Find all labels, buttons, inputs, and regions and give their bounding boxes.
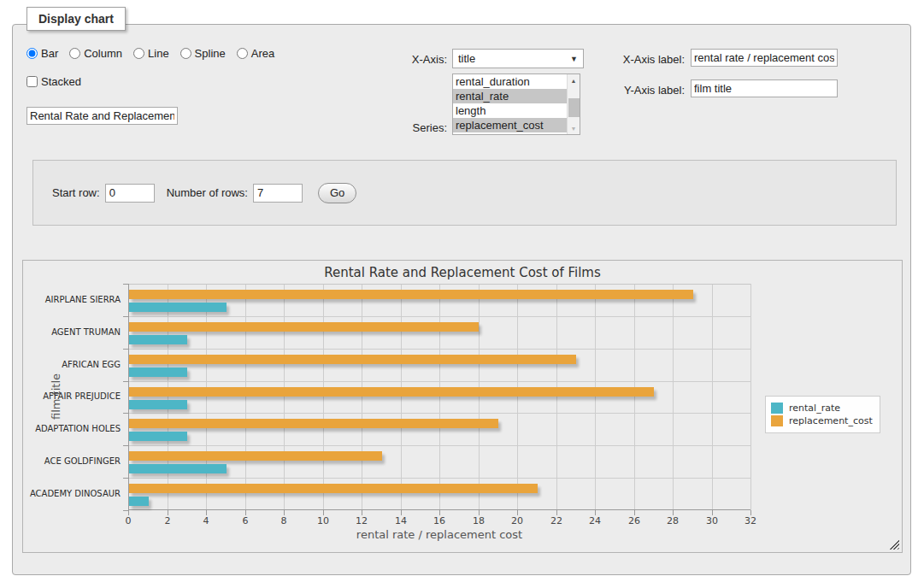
chart-legend: rental_ratereplacement_cost xyxy=(765,396,880,433)
gridline xyxy=(750,284,751,510)
gridline xyxy=(206,284,207,510)
plot-area: 02468101214161820222426283032AIRPLANE SI… xyxy=(128,284,750,510)
gridline xyxy=(323,284,324,510)
plot-top-border xyxy=(128,284,750,285)
x-tick-label: 22 xyxy=(550,515,562,526)
chart-type-option-area[interactable]: Area xyxy=(237,47,274,60)
category-label: ACADEMY DINOSAUR xyxy=(9,489,121,498)
series-option-rental-duration[interactable]: rental_duration xyxy=(453,74,567,89)
series-option-replacement-cost[interactable]: replacement_cost xyxy=(453,118,567,132)
series-option-length[interactable]: length xyxy=(453,103,567,118)
resize-grip-icon[interactable] xyxy=(889,539,899,550)
chart-title: Rental Rate and Replacement Cost of Film… xyxy=(23,265,902,280)
y-axis-title: film title xyxy=(50,373,62,420)
series-options: rental_duration rental_rate length repla… xyxy=(453,74,567,134)
y-axis-label-input[interactable] xyxy=(691,79,838,97)
legend-label: replacement_cost xyxy=(789,415,873,426)
bar-rental_rate xyxy=(129,400,187,409)
bar-replacement_cost xyxy=(129,419,498,428)
bar-replacement_cost xyxy=(129,355,576,364)
x-tick-label: 18 xyxy=(473,515,485,526)
gridline xyxy=(401,284,402,510)
series-listbox[interactable]: rental_duration rental_rate length repla… xyxy=(452,73,580,135)
chart-type-label: Area xyxy=(251,47,274,60)
gridline xyxy=(712,284,713,510)
x-axis-line xyxy=(128,509,750,510)
gridline xyxy=(595,284,596,510)
x-tick-label: 10 xyxy=(317,515,329,526)
x-tick-label: 28 xyxy=(667,515,679,526)
stacked-checkbox[interactable] xyxy=(26,76,38,87)
x-tick-label: 8 xyxy=(281,515,287,526)
category-label: AFFAIR PREJUDICE xyxy=(9,391,121,401)
legend-swatch-icon xyxy=(771,403,783,414)
x-axis-label-input[interactable] xyxy=(691,49,838,67)
bar-rental_rate xyxy=(129,303,227,312)
panel-title: Display chart xyxy=(26,7,126,31)
category-label: ACE GOLDFINGER xyxy=(9,456,121,466)
scroll-down-icon[interactable]: ▼ xyxy=(568,122,580,134)
bar-rental_rate xyxy=(129,432,187,441)
bar-replacement_cost xyxy=(129,387,654,397)
page: Display chart Bar Column Line Spline Are… xyxy=(0,0,924,582)
bar-replacement_cost xyxy=(129,290,693,299)
legend-item: rental_rate xyxy=(771,403,873,414)
gridline xyxy=(245,284,246,510)
legend-item: replacement_cost xyxy=(771,415,873,426)
x-axis-select-value: title xyxy=(458,52,570,65)
y-tick-mark xyxy=(123,510,128,511)
x-axis-title: rental rate / replacement cost xyxy=(356,528,522,541)
chart-type-option-spline[interactable]: Spline xyxy=(180,47,226,60)
chart-type-radio-bar[interactable] xyxy=(26,48,38,59)
start-row-label: Start row: xyxy=(52,186,100,199)
x-tick-label: 2 xyxy=(165,515,171,526)
x-tick-label: 0 xyxy=(126,515,132,526)
chart-type-option-bar[interactable]: Bar xyxy=(26,47,58,60)
bar-replacement_cost xyxy=(129,484,538,493)
chart-type-radio-spline[interactable] xyxy=(180,48,191,59)
x-tick-label: 26 xyxy=(628,515,640,526)
x-tick-label: 6 xyxy=(243,515,249,526)
chart-type-label: Spline xyxy=(195,47,226,60)
stacked-option[interactable]: Stacked xyxy=(26,75,81,88)
number-of-rows-label: Number of rows: xyxy=(167,186,248,199)
chart-title-input[interactable] xyxy=(26,107,178,125)
x-tick-label: 12 xyxy=(356,515,368,526)
bar-rental_rate xyxy=(129,335,187,344)
gridline xyxy=(439,284,440,510)
chart-type-radio-line[interactable] xyxy=(133,48,144,59)
category-label: ADAPTATION HOLES xyxy=(9,424,121,433)
number-of-rows-input[interactable] xyxy=(253,184,303,203)
category-label: AIRPLANE SIERRA xyxy=(9,295,121,304)
row-separator-line xyxy=(128,381,750,382)
x-tick-label: 14 xyxy=(395,515,407,526)
gridline xyxy=(517,284,518,510)
gridline xyxy=(673,284,674,510)
go-button[interactable]: Go xyxy=(318,183,356,203)
chart-type-option-line[interactable]: Line xyxy=(133,47,169,60)
bar-replacement_cost xyxy=(129,451,382,461)
display-chart-fieldset: Display chart Bar Column Line Spline Are… xyxy=(12,24,911,575)
x-tick-label: 32 xyxy=(744,515,756,526)
chart-type-label: Line xyxy=(148,47,169,60)
gridline xyxy=(479,284,480,510)
series-option-rental-rate[interactable]: rental_rate xyxy=(453,89,567,103)
chart-type-option-column[interactable]: Column xyxy=(69,47,122,60)
chart-container: Rental Rate and Replacement Cost of Film… xyxy=(22,260,903,553)
row-separator-line xyxy=(128,478,750,479)
scrollbar-thumb[interactable] xyxy=(568,98,580,117)
gridline xyxy=(168,284,168,510)
start-row-input[interactable] xyxy=(105,184,155,203)
chart-type-radio-group: Bar Column Line Spline Area xyxy=(26,47,274,60)
chart-type-radio-column[interactable] xyxy=(69,48,80,59)
x-tick-label: 30 xyxy=(706,515,718,526)
row-range-panel: Start row: Number of rows: Go xyxy=(32,160,897,226)
legend-label: rental_rate xyxy=(789,403,840,414)
legend-swatch-icon xyxy=(771,415,783,426)
bar-rental_rate xyxy=(129,497,149,506)
bar-rental_rate xyxy=(129,367,187,377)
x-tick-label: 4 xyxy=(203,515,209,526)
chart-type-radio-area[interactable] xyxy=(237,48,248,59)
x-tick-label: 24 xyxy=(589,515,601,526)
row-separator-line xyxy=(128,445,750,446)
